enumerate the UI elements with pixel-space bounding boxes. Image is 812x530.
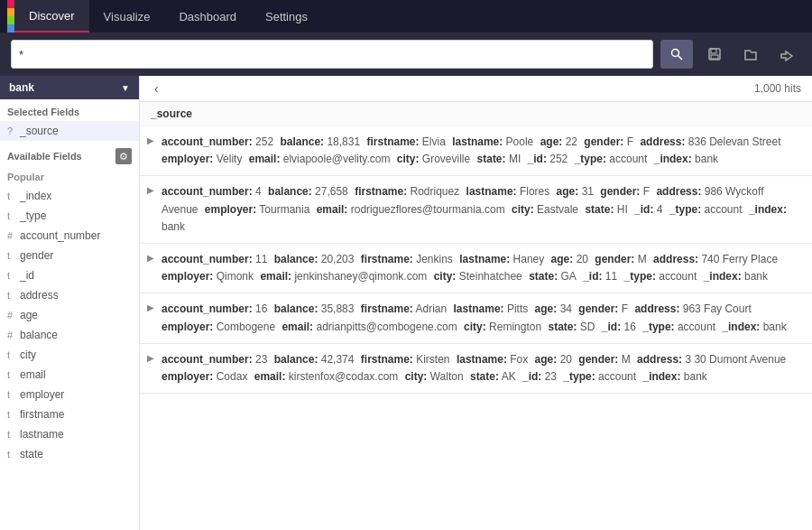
field-key: address: bbox=[640, 135, 685, 148]
logo-seg-3 bbox=[7, 16, 14, 24]
field-key: balance: bbox=[268, 185, 312, 198]
sidebar-field-gender[interactable]: tgender bbox=[0, 246, 139, 265]
field-val: F bbox=[643, 185, 650, 198]
nav-tab-settings[interactable]: Settings bbox=[251, 0, 322, 33]
field-key: gender: bbox=[600, 185, 640, 198]
sidebar-field-email[interactable]: temail bbox=[0, 365, 139, 385]
field-key: _index: bbox=[704, 270, 742, 283]
sidebar-field-city[interactable]: tcity bbox=[0, 345, 139, 365]
sidebar-field-lastname[interactable]: tlastname bbox=[0, 424, 139, 444]
logo-seg-4 bbox=[7, 24, 14, 33]
field-val: 4 bbox=[255, 185, 262, 198]
field-type-account_number: # bbox=[7, 230, 16, 241]
sidebar-field-address[interactable]: taddress bbox=[0, 285, 139, 305]
field-val: Eastvale bbox=[537, 203, 578, 216]
nav-tab-discover[interactable]: Discover bbox=[14, 0, 89, 33]
field-type-address: t bbox=[7, 290, 16, 301]
field-val: Adrian bbox=[416, 302, 448, 315]
record-content: account_number: 23 balance: 42,374 first… bbox=[161, 344, 812, 393]
field-pair-gender: gender: M bbox=[578, 353, 633, 366]
field-type-firstname: t bbox=[7, 409, 16, 420]
field-type-balance: # bbox=[7, 330, 16, 340]
field-val: Kirsten bbox=[416, 353, 449, 366]
field-key: gender: bbox=[595, 253, 634, 265]
sidebar-field-_id[interactable]: t_id bbox=[0, 265, 139, 285]
field-pair-_type: _type: account bbox=[624, 270, 701, 283]
sidebar-field-firstname[interactable]: tfirstname bbox=[0, 404, 139, 424]
nav-tab-dashboard[interactable]: Dashboard bbox=[164, 0, 251, 33]
field-type-lastname: t bbox=[7, 429, 16, 440]
record-toggle[interactable]: ▶ bbox=[140, 293, 161, 342]
record-toggle[interactable]: ▶ bbox=[140, 176, 161, 243]
field-label-email: email bbox=[20, 368, 46, 381]
record-toggle[interactable]: ▶ bbox=[140, 126, 161, 175]
field-label-gender: gender bbox=[20, 249, 53, 262]
field-val: Tourmania bbox=[259, 203, 309, 216]
field-key: firstname: bbox=[366, 135, 419, 148]
field-pair-state: state: AK bbox=[470, 370, 520, 383]
save-icon bbox=[707, 47, 722, 61]
field-key: account_number: bbox=[161, 353, 253, 366]
record-toggle[interactable]: ▶ bbox=[140, 344, 161, 393]
share-icon bbox=[780, 47, 794, 61]
field-pair-_type: _type: account bbox=[669, 203, 746, 216]
field-val: Poole bbox=[506, 135, 534, 148]
field-pair-email: email: elviapoole@velity.com bbox=[249, 153, 394, 165]
table-row: ▶account_number: 11 balance: 20,203 firs… bbox=[140, 244, 812, 293]
gear-button[interactable]: ⚙ bbox=[115, 148, 132, 164]
field-pair-_type: _type: account bbox=[575, 153, 651, 165]
share-button[interactable] bbox=[772, 40, 801, 69]
collapse-sidebar-button[interactable]: ‹ bbox=[151, 81, 162, 96]
nav-tab-visualize[interactable]: Visualize bbox=[89, 0, 165, 33]
field-key: age: bbox=[551, 253, 574, 265]
field-val: 18,831 bbox=[327, 135, 360, 148]
record-toggle[interactable]: ▶ bbox=[140, 244, 161, 293]
field-pair-_index: _index: bank bbox=[704, 270, 771, 283]
sidebar-fields-list: t_indext_type#account_numbertgendert_idt… bbox=[0, 186, 139, 464]
field-pair-balance: balance: 18,831 bbox=[280, 135, 364, 148]
load-search-button[interactable] bbox=[736, 40, 765, 69]
search-input[interactable] bbox=[11, 40, 653, 69]
field-pair-_index: _index: bank bbox=[722, 321, 789, 333]
field-label-_type: _type bbox=[20, 209, 46, 222]
field-key: gender: bbox=[578, 302, 618, 315]
field-val: bank bbox=[744, 270, 768, 283]
field-key: _index: bbox=[654, 153, 692, 165]
sidebar-field-state[interactable]: tstate bbox=[0, 444, 139, 464]
field-pair-city: city: Walton bbox=[405, 370, 467, 383]
field-key: _id: bbox=[583, 270, 602, 283]
field-val: 31 bbox=[582, 185, 594, 198]
field-val: Walton bbox=[430, 370, 464, 383]
field-key: state: bbox=[470, 370, 499, 383]
save-search-button[interactable] bbox=[700, 40, 729, 69]
field-pair-balance: balance: 27,658 bbox=[268, 185, 352, 198]
field-label-_index: _index bbox=[20, 190, 51, 202]
index-selector[interactable]: bank ▼ bbox=[0, 76, 139, 99]
selected-field-source[interactable]: ? _source bbox=[0, 121, 139, 141]
field-pair-age: age: 20 bbox=[551, 253, 592, 265]
field-key: balance: bbox=[274, 302, 318, 315]
field-pair-_id: _id: 23 bbox=[522, 370, 560, 383]
field-val: 23 bbox=[545, 370, 557, 383]
load-icon bbox=[743, 47, 758, 61]
sidebar-field-employer[interactable]: temployer bbox=[0, 385, 139, 404]
sidebar-field-_index[interactable]: t_index bbox=[0, 186, 139, 206]
svg-line-1 bbox=[678, 56, 683, 60]
field-key: _type: bbox=[669, 203, 701, 216]
field-key: lastname: bbox=[454, 302, 504, 315]
field-val: Qimonk bbox=[217, 270, 254, 283]
search-button[interactable] bbox=[660, 40, 693, 69]
field-val: bank bbox=[695, 153, 718, 165]
field-val: Elvia bbox=[422, 135, 446, 148]
table-row: ▶account_number: 16 balance: 35,883 firs… bbox=[140, 293, 812, 343]
sidebar-field-_type[interactable]: t_type bbox=[0, 206, 139, 226]
field-type-email: t bbox=[7, 369, 16, 380]
field-key: _type: bbox=[563, 370, 595, 383]
field-val: kirstenfox@codax.com bbox=[289, 370, 399, 383]
field-val: F bbox=[622, 302, 628, 315]
sidebar-field-balance[interactable]: #balance bbox=[0, 325, 139, 345]
sidebar-field-age[interactable]: #age bbox=[0, 305, 139, 325]
field-type-state: t bbox=[7, 449, 16, 460]
sidebar-field-account_number[interactable]: #account_number bbox=[0, 226, 139, 246]
field-val: 11 bbox=[605, 270, 617, 283]
